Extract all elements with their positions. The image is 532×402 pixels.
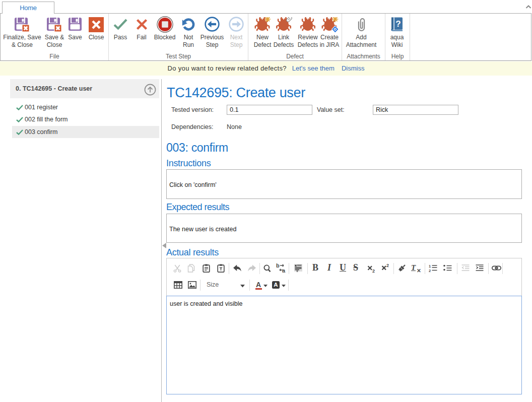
svg-text:2: 2: [386, 263, 389, 268]
svg-text:2: 2: [429, 269, 431, 273]
svg-text:2: 2: [372, 269, 375, 273]
svg-text:?: ?: [395, 19, 401, 29]
svg-text:1: 1: [429, 264, 431, 269]
